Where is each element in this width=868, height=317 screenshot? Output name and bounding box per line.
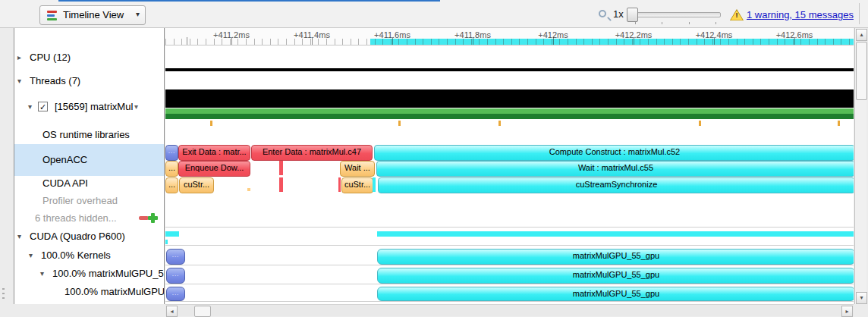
cuda-api-collapsed-chip[interactable]: ... [165,177,178,193]
chevron-down-icon[interactable]: ▾ [28,99,32,115]
cuda-api-custream-bar[interactable]: cuStr... [341,177,373,193]
openacc-exit-data-bar[interactable]: Exit Data : matr... [178,145,250,161]
tree-row-kernel-instance[interactable]: 100.0% matrixMulGPU_55_g [14,284,164,300]
openacc-collapsed-chip[interactable]: ... [165,145,178,161]
zoom-slider[interactable] [625,6,722,24]
vertical-scrollbar-thumb[interactable] [856,42,867,100]
openacc-compute-construct-bar[interactable]: Compute Construct : matrixMul.c52 [374,145,854,161]
cuda-device-activity-bar [165,231,179,237]
runtime-marker [838,121,840,126]
openacc-wait-small-bar[interactable]: Wait ... [340,161,375,177]
scroll-down-button[interactable]: ▾ [856,292,867,304]
chevron-right-icon[interactable]: ▸ [17,49,21,66]
openacc-enter-data-bar[interactable]: Enter Data : matrixMul.c47 [251,145,373,161]
warning-icon: ! [730,9,744,20]
runtime-marker [699,121,701,126]
timeline-canvas: ... Exit Data : matr... Enter Data : mat… [165,46,854,304]
cuda-api-custream-bar[interactable]: cuStr... [179,177,214,193]
kernel-bar[interactable]: matrixMulGPU_55_gpu [377,268,854,284]
cuda-api-tiny-event[interactable] [247,188,250,191]
kernels-collapsed-chip[interactable]: ... [166,268,185,284]
scroll-left-button[interactable]: ◂ [166,306,178,317]
runtime-marker [498,121,501,126]
chevron-down-icon[interactable]: ▾ [29,247,33,264]
cuda-api-small-event-bar[interactable] [279,177,283,192]
row-separator [165,245,854,246]
openacc-enqueue-bar[interactable]: Enqueue Dow... [178,161,250,177]
thread-activity-bar [165,89,854,108]
cuda-api-small-event-bar[interactable] [338,177,341,192]
tree-row-kernel-group[interactable]: ▾ 100.0% matrixMulGPU_55_gp [14,265,164,282]
timeline-view-icon [47,11,58,20]
chevron-down-icon[interactable]: ▾ [17,73,21,89]
zoom-level-label: 1x [613,8,624,20]
zoom-slider-handle[interactable] [627,8,638,22]
view-selector-label: Timeline View [63,6,124,24]
cpu-activity-bar [165,68,854,71]
zoom-slider-track[interactable] [627,12,721,17]
runtime-marker [210,121,212,126]
show-rows-icon[interactable] [148,213,158,223]
active-tab-indicator [58,0,440,2]
tree-row-cuda-device[interactable]: ▾ CUDA (Quadro P600) [14,228,164,245]
chevron-down-icon[interactable]: ▾ [40,265,44,282]
kernels-collapsed-chip[interactable]: ... [166,287,185,301]
ruler-major-ticks [165,37,854,45]
chevron-down-icon: ▾ [136,10,140,18]
cuda-api-sync-bar[interactable]: cuStreamSynchronize [378,177,854,193]
openacc-collapsed-chip[interactable]: ... [165,161,178,177]
cuda-device-activity-bar [377,231,854,237]
scroll-right-button[interactable]: ▸ [841,306,853,317]
openacc-small-event-bar[interactable] [279,161,283,175]
kernel-bar[interactable]: matrixMulGPU_55_gpu [377,287,854,301]
tree-row-openacc[interactable]: OpenACC [14,152,164,168]
tree-row-threads[interactable]: ▾ Threads (7) [14,73,164,89]
openacc-wait-bar[interactable]: Wait : matrixMul.c55 [376,161,854,177]
tree-row-cuda-api[interactable]: CUDA API [14,175,164,192]
tree-row-kernels[interactable]: ▾ 100.0% Kernels [14,247,164,264]
kernel-bar[interactable]: matrixMulGPU_55_gpu [377,249,854,265]
toolbar-separator [859,3,860,24]
tree-row-cpu[interactable]: ▸ CPU (12) [14,49,164,66]
chevron-down-icon[interactable]: ▾ [134,99,138,115]
tree-row-profiler-overhead[interactable]: Profiler overhead [14,193,164,209]
row-separator [165,284,854,284]
thread-state-bar-dark [165,114,854,119]
horizontal-scrollbar-thumb[interactable] [194,306,211,317]
thread-visibility-checkbox[interactable]: ✓ [38,102,48,111]
tree-row-os-runtime[interactable]: OS runtime libraries [14,127,164,143]
kernels-collapsed-chip[interactable]: ... [166,249,185,265]
horizontal-scrollbar[interactable]: ◂ ▸ [165,304,854,316]
view-selector-dropdown[interactable]: Timeline View ▾ [39,5,146,25]
magnifier-icon [599,10,606,17]
nvvp-timeline-window: Timeline View ▾ 1x ! 1 warning, 15 messa… [0,0,868,317]
panel-splitter[interactable] [2,288,5,300]
vertical-scrollbar[interactable]: ▴ ▾ [854,28,866,304]
row-separator [165,265,854,265]
runtime-marker [398,121,401,126]
thread-state-bar-light [165,108,854,114]
cuda-device-activity-sliver [165,240,168,244]
cuda-api-tiny-sync-bar[interactable] [373,177,376,192]
chevron-down-icon[interactable]: ▾ [17,228,21,245]
row-separator [165,227,854,228]
row-separator [165,301,854,302]
tree-row-thread-matrixmul[interactable]: ▾ [15659] matrixMul ▾ [14,99,164,115]
messages-link[interactable]: 1 warning, 15 messages [747,9,854,20]
scroll-up-button[interactable]: ▴ [856,29,867,41]
